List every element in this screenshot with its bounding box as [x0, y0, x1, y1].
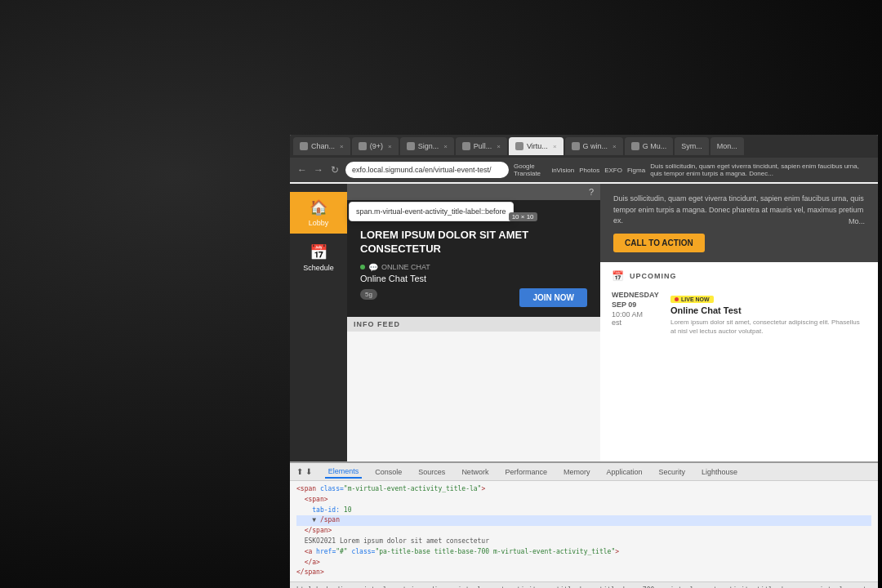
tab-label: Sym... [681, 142, 702, 150]
tab-mu[interactable]: G Mu... [625, 137, 674, 155]
upcoming-event-desc: Lorem ipsum dolor sit amet, consectetur … [670, 318, 866, 336]
tab-bar: Chan... × (9+) × Sign... × Pull... × Vir… [290, 135, 878, 158]
tab-notif[interactable]: (9+) × [352, 137, 399, 155]
help-icon[interactable]: ? [589, 187, 594, 197]
devtools-line: tab-id: 10 [296, 506, 871, 516]
tab-close-icon[interactable]: × [340, 143, 344, 150]
devtools-line: <a href="#" class="pa-title-base title-b… [296, 547, 871, 558]
online-chat-text: ONLINE CHAT [381, 263, 430, 271]
bookmark-photos[interactable]: Photos [579, 167, 599, 174]
tab-favicon [407, 142, 415, 150]
upcoming-header: 📅 UPCOMING [612, 270, 866, 282]
right-panel: Duis sollicitudin, quam eget viverra tin… [600, 184, 878, 468]
devtools-tab-application[interactable]: Application [603, 466, 645, 478]
devtools-line: <span> [296, 495, 871, 506]
bookmark-invision[interactable]: inVision [551, 167, 574, 174]
tab-close-icon[interactable]: × [388, 143, 392, 150]
event-timezone: est [612, 318, 621, 327]
live-now-badge: LIVE NOW [670, 296, 714, 303]
hero-text: Duis sollicitudin, quam eget viverra tin… [613, 194, 865, 227]
cta-button[interactable]: CALL TO ACTION [613, 234, 705, 252]
sidebar-item-lobby[interactable]: 🏠 Lobby [290, 192, 347, 234]
tab-label: G Mu... [643, 142, 667, 150]
devtools-tab-memory[interactable]: Memory [560, 466, 594, 478]
address-bar-row: ← → ↻ exfo.local.sigmund.ca/en/virtual-e… [290, 158, 878, 182]
tab-close-icon[interactable]: × [497, 143, 501, 150]
tab-close-icon[interactable]: × [553, 143, 557, 150]
chat-icon: 💬 [368, 263, 378, 272]
event-title: LOREM IPSUM DOLOR SIT AMET CONSECTETUR [360, 229, 587, 256]
back-button[interactable]: ← [296, 164, 308, 176]
tab-favicon [462, 142, 470, 150]
devtools-status-bar: html body div.m-virtual-container div.m-… [290, 581, 878, 588]
event-day: WEDNESDAY [612, 290, 659, 301]
devtools-tab-performance[interactable]: Performance [501, 466, 550, 478]
event-detail-column: LIVE NOW Online Chat Test Lorem ipsum do… [670, 290, 866, 336]
tab-pull[interactable]: Pull... × [456, 137, 507, 155]
upcoming-event-row: WEDNESDAY SEP 09 10:00 AM est LIVE NOW O… [612, 290, 866, 336]
tab-virtual[interactable]: Virtu... × [509, 137, 564, 155]
tab-close-icon[interactable]: × [443, 143, 448, 150]
bookmark-figma[interactable]: Figma [627, 167, 645, 174]
devtools-tab-elements[interactable]: Elements [325, 466, 363, 479]
tab-label: Virtu... [527, 142, 548, 150]
tab-label: Mon... [717, 142, 737, 150]
devtools-line-selected[interactable]: ▼ /span [296, 515, 871, 526]
sidebar-lobby-container: span.m-virtual-event-activity_title-labe… [290, 192, 347, 234]
upcoming-icon: 📅 [612, 270, 625, 282]
inspector-tooltip: span.m-virtual-event-activity_title-labe… [349, 202, 514, 221]
calendar-icon: 📅 [310, 243, 327, 261]
browser-chrome: Chan... × (9+) × Sign... × Pull... × Vir… [290, 135, 878, 184]
tab-favicon [300, 142, 308, 150]
devtools-tab-console[interactable]: Console [372, 466, 405, 478]
overflow-text: Duis sollicitudin, quam eget viverra tin… [650, 163, 871, 177]
upcoming-label: UPCOMING [630, 272, 677, 280]
devtools-line: <span class="m-virtual-event-activity_ti… [296, 484, 871, 495]
address-input[interactable]: exfo.local.sigmund.ca/en/virtual-event-t… [345, 162, 509, 178]
upcoming-event-title: Online Chat Test [670, 305, 866, 315]
devtools-toggle[interactable]: ⬆ ⬇ [296, 467, 312, 476]
live-now-label: LIVE NOW [681, 296, 710, 302]
online-chat-label: 💬 ONLINE CHAT [360, 263, 587, 272]
tab-close-icon[interactable]: × [612, 143, 617, 150]
tab-favicon [515, 142, 523, 150]
tab-mon[interactable]: Mon... [710, 137, 744, 155]
tab-label: (9+) [370, 142, 383, 150]
devtools-tab-lighthouse[interactable]: Lighthouse [698, 466, 741, 478]
tab-sign[interactable]: Sign... × [400, 137, 454, 155]
sidebar-item-schedule[interactable]: 📅 Schedule [290, 237, 347, 278]
devtools-tab-security[interactable]: Security [655, 466, 688, 478]
devtools-tab-network[interactable]: Network [458, 466, 492, 478]
sidebar-lobby-label: Lobby [309, 219, 329, 227]
tab-chan[interactable]: Chan... × [293, 137, 350, 155]
event-time: 10:00 AM [612, 310, 643, 318]
tab-label: Sign... [418, 142, 439, 150]
info-feed-label: INFO FEED [347, 317, 600, 332]
devtools-toolbar: ⬆ ⬇ Elements Console Sources Network Per… [290, 463, 878, 481]
bookmark-exfo[interactable]: EXFO [604, 167, 622, 174]
devtools-line: ESKO2021 Lorem ipsum dolor sit amet cons… [296, 537, 871, 547]
tab-wind[interactable]: G win... × [565, 137, 623, 155]
tab-sym[interactable]: Sym... [675, 137, 709, 155]
tab-favicon [631, 142, 639, 150]
sidebar-schedule-label: Schedule [303, 264, 334, 272]
event-date-column: WEDNESDAY SEP 09 10:00 AM est [612, 290, 661, 336]
online-dot [360, 265, 365, 270]
refresh-button[interactable]: ↻ [329, 164, 341, 176]
join-now-button[interactable]: JOIN NOW [519, 288, 587, 307]
bookmark-google-translate[interactable]: Google Translate [514, 163, 546, 177]
devtools-tab-sources[interactable]: Sources [415, 466, 448, 478]
tab-label: G win... [583, 142, 608, 150]
devtools-content: <span class="m-virtual-event-activity_ti… [290, 481, 878, 581]
tooltip-text: span.m-virtual-event-activity_title-labe… [356, 207, 506, 216]
browser-screen: Chan... × (9+) × Sign... × Pull... × Vir… [290, 135, 878, 486]
forward-button[interactable]: → [313, 164, 324, 176]
tab-favicon [359, 142, 367, 150]
page-header: ? [347, 184, 600, 200]
session-name: Online Chat Test [360, 274, 587, 283]
hero-banner: Duis sollicitudin, quam eget viverra tin… [600, 184, 878, 262]
live-now-dot [675, 297, 679, 301]
main-event-area: ? LIVE AT ESKO2021 LOREM IPSUM DOLOR SIT… [347, 184, 600, 468]
tooltip-badge: 10 × 10 [509, 212, 537, 221]
devtools-line: </a> [296, 558, 871, 568]
